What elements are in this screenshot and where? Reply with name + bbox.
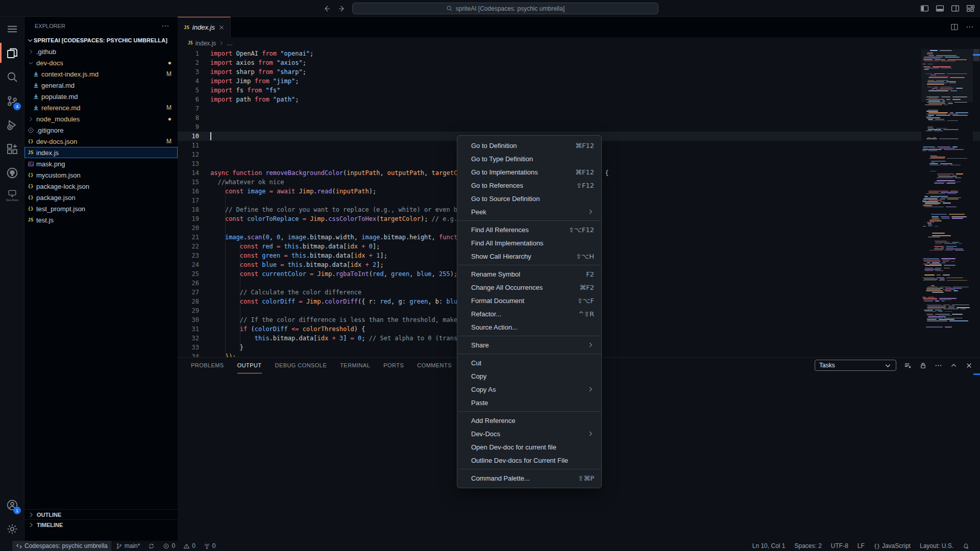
panel-tab-output[interactable]: OUTPUT (237, 358, 262, 373)
tree-item-mycustom.json[interactable]: {}mycustom.json (24, 169, 178, 181)
sidebar-section-outline[interactable]: OUTLINE (24, 509, 178, 519)
code-line-4[interactable]: 4import Jimp from "jimp"; (178, 77, 980, 86)
menu-item-go-to-references[interactable]: Go to References⇧F12 (457, 179, 601, 192)
status-forwarded-ports[interactable]: 0 (200, 541, 219, 551)
more-actions-icon[interactable] (935, 362, 942, 369)
panel-left-icon[interactable] (920, 4, 929, 13)
close-panel-icon[interactable] (965, 362, 973, 369)
menu-item-share[interactable]: Share (457, 338, 601, 352)
tree-item-package-lock.json[interactable]: {}package-lock.json (24, 181, 178, 192)
menu-item-find-all-references[interactable]: Find All References⇧⌥F12 (457, 223, 601, 236)
breadcrumb-more[interactable]: … (227, 40, 233, 47)
minimap[interactable] (921, 49, 973, 357)
menu-item-command-palette[interactable]: Command Palette...⇧⌘P (457, 471, 601, 485)
menu-item-copy-as[interactable]: Copy As (457, 383, 601, 396)
activitybar-item-source-control[interactable]: 4 (0, 89, 24, 113)
breadcrumb-file[interactable]: index.js (195, 40, 216, 47)
status-keyboard-layout[interactable]: Layout: U.S. (916, 541, 957, 551)
panel-right-icon[interactable] (951, 4, 960, 13)
status-language-mode[interactable]: {}JavaScript (870, 541, 914, 551)
activitybar-item-github[interactable] (0, 161, 24, 185)
panel-tab-debug-console[interactable]: DEBUG CONSOLE (275, 358, 327, 373)
menu-item-open-dev-doc-for-current-file[interactable]: Open Dev-doc for current file (457, 440, 601, 454)
command-center-search[interactable]: spriteAI [Codespaces: psychic umbrella] (352, 3, 658, 14)
panel-tab-terminal[interactable]: TERMINAL (340, 358, 370, 373)
status-indentation[interactable]: Spaces: 2 (791, 541, 825, 551)
code-line-9[interactable]: 9 (178, 122, 980, 132)
status-errors[interactable]: 0 (159, 541, 179, 551)
arrow-right-icon[interactable] (338, 5, 346, 13)
output-channel-select[interactable]: Tasks (815, 360, 896, 371)
panel-tab-ports[interactable]: PORTS (383, 358, 404, 373)
code-line-6[interactable]: 6import path from "path"; (178, 95, 980, 104)
more-actions-icon[interactable] (161, 22, 169, 30)
menu-item-cut[interactable]: Cut (457, 356, 601, 369)
menu-item-find-all-implementations[interactable]: Find All Implementations (457, 236, 601, 249)
menu-item-go-to-source-definition[interactable]: Go to Source Definition (457, 192, 601, 205)
panel-tab-problems[interactable]: PROBLEMS (191, 358, 224, 373)
tree-item-node_modules[interactable]: node_modules● (24, 113, 178, 124)
menu-item-add-reference[interactable]: Add Reference (457, 414, 601, 427)
status-git-branch[interactable]: main* (112, 541, 144, 551)
menu-item-go-to-type-definition[interactable]: Go to Type Definition (457, 152, 601, 165)
code-line-7[interactable]: 7 (178, 104, 980, 113)
activitybar-item-run-debug[interactable] (0, 113, 24, 137)
menu-item-dev-docs[interactable]: Dev-Docs (457, 427, 601, 440)
menu-item-format-document[interactable]: Format Document⇧⌥F (457, 294, 601, 307)
tree-item-reference.md[interactable]: reference.mdM (24, 102, 178, 113)
activitybar-item-settings[interactable] (0, 517, 24, 541)
panel-tab-comments[interactable]: COMMENTS (417, 358, 452, 373)
activitybar-item-menu[interactable] (0, 17, 24, 41)
menu-item-paste[interactable]: Paste (457, 396, 601, 409)
code-line-8[interactable]: 8 (178, 113, 980, 122)
code-line-3[interactable]: 3import sharp from "sharp"; (178, 67, 980, 77)
editor-scrollbar[interactable] (973, 49, 980, 357)
activitybar-item-dev-docs[interactable]: Dev-Docs (0, 185, 24, 205)
tree-item-.github[interactable]: .github (24, 46, 178, 57)
tree-item-.gitignore[interactable]: .gitignore (24, 124, 178, 136)
status-encoding[interactable]: UTF-8 (827, 541, 852, 551)
workspace-section-header[interactable]: SPRITEAI [CODESPACES: PSYCHIC UMBRELLA] (24, 35, 178, 46)
menu-item-copy[interactable]: Copy (457, 369, 601, 383)
menu-item-outline-dev-docs-for-current-file[interactable]: Outline Dev-docs for Current File (457, 454, 601, 467)
activitybar-item-extensions[interactable] (0, 137, 24, 161)
menu-item-source-action[interactable]: Source Action... (457, 320, 601, 334)
tree-item-index.js[interactable]: JSindex.js (24, 147, 178, 158)
panel-bottom-icon[interactable] (936, 4, 944, 13)
tree-item-mask.png[interactable]: mask.png (24, 158, 178, 169)
more-actions-icon[interactable] (966, 23, 974, 31)
tree-item-general.md[interactable]: general.md (24, 80, 178, 91)
tree-item-test.js[interactable]: JStest.js (24, 214, 178, 226)
lock-scroll-icon[interactable] (919, 362, 927, 369)
status-remote-indicator[interactable]: Codespaces: psychic umbrella (12, 541, 111, 551)
activitybar-item-explorer[interactable] (0, 41, 24, 65)
tree-item-test_prompt.json[interactable]: {}test_prompt.json (24, 203, 178, 214)
activitybar-item-search[interactable] (0, 65, 24, 89)
menu-item-show-call-hierarchy[interactable]: Show Call Hierarchy⇧⌥H (457, 249, 601, 263)
menu-item-rename-symbol[interactable]: Rename SymbolF2 (457, 267, 601, 281)
menu-item-refactor[interactable]: Refactor...^⇧R (457, 307, 601, 320)
tree-item-populate.md[interactable]: populate.md (24, 91, 178, 102)
split-editor-icon[interactable] (950, 23, 959, 31)
status-warnings[interactable]: 0 (180, 541, 199, 551)
menu-item-change-all-occurrences[interactable]: Change All Occurrences⌘F2 (457, 281, 601, 294)
status-cursor-position[interactable]: Ln 10, Col 1 (749, 541, 789, 551)
tree-item-package.json[interactable]: {}package.json (24, 192, 178, 203)
status-notifications[interactable] (959, 541, 973, 551)
menu-item-go-to-implementations[interactable]: Go to Implementations⌘F12 (457, 165, 601, 179)
code-line-1[interactable]: 1import OpenAI from "openai"; (178, 49, 980, 58)
arrow-left-icon[interactable] (323, 5, 331, 13)
menu-item-peek[interactable]: Peek (457, 205, 601, 218)
menu-item-go-to-definition[interactable]: Go to Definition⌘F12 (457, 139, 601, 152)
code-line-2[interactable]: 2import axios from "axios"; (178, 58, 980, 67)
clear-output-icon[interactable] (904, 362, 912, 369)
tab-index-js[interactable]: JS index.js (178, 17, 231, 37)
activitybar-item-accounts[interactable]: 1 (0, 493, 24, 517)
tree-item-dev-docs.json[interactable]: {}dev-docs.jsonM (24, 136, 178, 147)
status-sync[interactable] (144, 541, 158, 551)
status-eol[interactable]: LF (854, 541, 868, 551)
maximize-panel-icon[interactable] (950, 362, 958, 369)
tree-item-context-index.js.md[interactable]: context-index.js.mdM (24, 68, 178, 80)
breadcrumb[interactable]: JS index.js … (178, 37, 980, 49)
close-tab-icon[interactable] (218, 24, 225, 31)
